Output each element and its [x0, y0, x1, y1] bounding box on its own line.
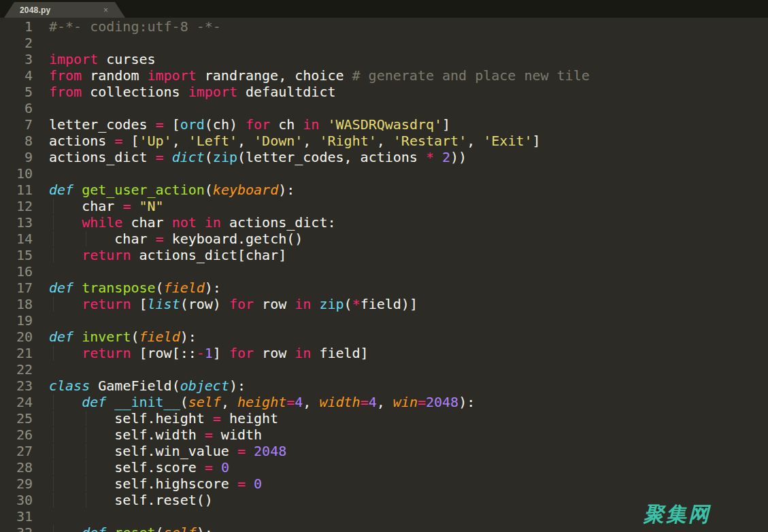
code-line[interactable]: 20def invert(field):	[0, 329, 768, 345]
line-number: 20	[0, 329, 33, 345]
code-line[interactable]: 24 def __init__(self, height=4, width=4,…	[0, 394, 768, 410]
code-token: width	[319, 394, 360, 410]
code-token: def	[82, 394, 106, 410]
code-token: for	[229, 296, 254, 312]
code-line[interactable]: 19	[0, 312, 768, 329]
code-token	[49, 296, 82, 312]
code-token: [	[164, 116, 180, 133]
code-token: row	[254, 296, 295, 312]
code-line[interactable]: 10	[0, 165, 768, 182]
code-token	[73, 329, 82, 345]
code-line[interactable]: 8actions = ['Up', 'Left', 'Down', 'Right…	[0, 133, 768, 149]
code-token: self.height	[49, 410, 213, 427]
line-number: 17	[0, 280, 33, 296]
code-line[interactable]: 5from collections import defaultdict	[0, 84, 768, 100]
code-token: 1	[205, 345, 213, 361]
code-token: 'Exit'	[483, 133, 532, 149]
code-text: return [list(row) for row in zip(*field)…	[49, 296, 418, 312]
code-line[interactable]: 6	[0, 100, 768, 116]
code-line[interactable]: 14 char = keyboard.getch()	[0, 231, 768, 247]
code-token: char	[122, 214, 171, 231]
code-token: [row[::	[131, 345, 196, 361]
code-line[interactable]: 2	[0, 35, 768, 51]
line-number: 7	[0, 116, 33, 133]
code-token: width	[213, 427, 262, 443]
code-token: randrange, choice	[197, 67, 352, 84]
code-token: def	[49, 280, 73, 296]
code-line[interactable]: 12 char = "N"	[0, 198, 768, 214]
code-line[interactable]: 18 return [list(row) for row in zip(*fie…	[0, 296, 768, 312]
code-token: [	[122, 133, 139, 149]
code-line[interactable]: 7letter_codes = [ord(ch) for ch in 'WASD…	[0, 116, 768, 133]
code-token: reset	[114, 525, 155, 532]
code-token: (	[180, 394, 188, 410]
code-token: 0	[221, 459, 229, 476]
code-token: collections	[82, 84, 188, 100]
line-number: 23	[0, 378, 33, 394]
code-line[interactable]: 11def get_user_action(keyboard):	[0, 182, 768, 198]
code-text: def invert(field):	[49, 329, 197, 345]
line-number: 4	[0, 67, 33, 84]
code-token: ]	[442, 116, 450, 133]
code-token: ,	[377, 394, 393, 410]
code-line[interactable]: 15 return actions_dict[char]	[0, 247, 768, 263]
code-line[interactable]: 1#-*- coding:utf-8 -*-	[0, 18, 768, 35]
code-line[interactable]: 22	[0, 361, 768, 378]
code-token: win	[393, 394, 418, 410]
code-token: keyboard	[213, 182, 278, 198]
code-token: 'WASDRQwasdrq'	[327, 116, 442, 133]
line-number: 16	[0, 263, 33, 280]
code-token: object	[180, 378, 229, 394]
tab-2048py[interactable]: 2048.py ×	[4, 2, 125, 18]
indent-guide-line	[53, 476, 54, 491]
code-line[interactable]: 9actions_dict = dict(zip(letter_codes, a…	[0, 149, 768, 165]
code-token: =	[122, 198, 131, 214]
code-token: GameField(	[90, 378, 180, 394]
code-token: for	[229, 345, 254, 361]
code-line[interactable]: 29 self.highscore = 0	[0, 476, 768, 492]
indent-guide-line	[53, 411, 54, 426]
code-line[interactable]: 21 return [row[::-1] for row in field]	[0, 345, 768, 361]
code-token: invert	[82, 329, 131, 345]
code-line[interactable]: 25 self.height = height	[0, 410, 768, 427]
code-line[interactable]: 4from random import randrange, choice # …	[0, 67, 768, 84]
code-token: import	[148, 67, 197, 84]
code-token: 'Restart'	[393, 133, 467, 149]
code-text: #-*- coding:utf-8 -*-	[49, 18, 221, 35]
line-number: 9	[0, 149, 33, 165]
code-line[interactable]: 16	[0, 263, 768, 280]
code-line[interactable]: 23class GameField(object):	[0, 378, 768, 394]
code-line[interactable]: 13 while char not in actions_dict:	[0, 214, 768, 231]
code-token: return	[82, 345, 131, 361]
code-line[interactable]: 17def transpose(field):	[0, 280, 768, 296]
line-number: 31	[0, 508, 33, 525]
code-line[interactable]: 28 self.score = 0	[0, 459, 768, 476]
line-number: 18	[0, 296, 33, 312]
code-token: 'Right'	[319, 133, 376, 149]
indent-guide-line	[53, 395, 54, 410]
code-token: -	[197, 345, 205, 361]
code-token: ord	[180, 116, 205, 133]
code-token: def	[82, 525, 106, 532]
code-token: import	[49, 51, 98, 67]
code-text: def get_user_action(keyboard):	[49, 182, 295, 198]
line-number: 10	[0, 165, 33, 182]
code-token: (	[156, 280, 164, 296]
indent-guide-line	[53, 231, 54, 246]
code-token: ):	[205, 280, 221, 296]
code-line[interactable]: 3import curses	[0, 51, 768, 67]
line-number: 15	[0, 247, 33, 263]
code-line[interactable]: 27 self.win_value = 2048	[0, 443, 768, 459]
code-token: (	[205, 149, 213, 165]
code-token: actions_dict	[49, 149, 156, 165]
line-number: 26	[0, 427, 33, 443]
code-token: letter_codes	[49, 116, 156, 133]
code-token: actions_dict:	[221, 214, 336, 231]
code-line[interactable]: 26 self.width = width	[0, 427, 768, 443]
close-icon[interactable]: ×	[103, 6, 108, 14]
code-text: self.width = width	[49, 427, 262, 443]
code-token: (	[344, 296, 352, 312]
code-editor[interactable]: 1#-*- coding:utf-8 -*-23import curses4fr…	[0, 18, 768, 532]
code-token: actions	[49, 133, 114, 149]
code-token: "N"	[139, 198, 163, 214]
